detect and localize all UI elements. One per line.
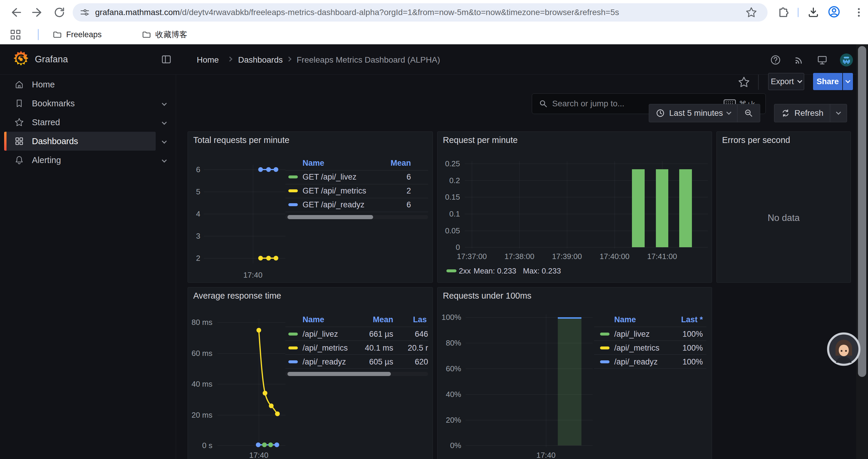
sidebar-item-home[interactable]: Home [0,75,176,94]
refresh-button[interactable]: Refresh [774,104,830,122]
chevron-down-icon [836,110,841,115]
chevron-down-icon[interactable] [162,139,167,144]
breadcrumb-dashboards[interactable]: Dashboards [238,55,283,65]
table-header-name[interactable]: Name [303,315,324,324]
subheader-divider [758,74,759,90]
display-icon[interactable] [816,54,828,66]
panel-title[interactable]: Requests under 100ms [443,291,531,301]
legend-max: Max: 0.233 [523,266,561,275]
series-mean: 6 [370,200,411,209]
chevron-down-icon[interactable] [162,120,167,125]
chevron-down-icon[interactable] [162,101,167,106]
bookmark-star-icon[interactable] [745,6,757,19]
x-tick: 17:40 [244,451,274,459]
table-scrollbar[interactable] [285,215,428,219]
series-color-pill [446,269,457,272]
help-icon[interactable] [770,54,781,66]
breadcrumb-separator-icon [227,57,232,62]
table-header-name[interactable]: Name [303,159,324,168]
chevron-down-icon[interactable] [162,158,167,163]
x-tick: 17:37:00 [451,252,493,261]
data-point [274,256,278,261]
sidebar-item-starred[interactable]: Starred [0,113,176,132]
table-header-mean[interactable]: Mean [370,159,411,168]
row-divider [594,368,706,369]
sidebar-item-dashboards[interactable]: Dashboards [0,132,176,151]
assistant-avatar-button[interactable] [827,332,861,366]
user-avatar[interactable] [840,53,853,67]
collapse-sidebar-icon[interactable] [161,54,172,65]
bookmark-label: Freeleaps [66,30,102,39]
row-divider [285,327,428,327]
url-bar[interactable]: grafana.mathmast.com/d/deytv4rwavabkb/fr… [73,3,768,22]
row-divider [285,198,428,198]
scrollbar-thumb[interactable] [287,215,373,219]
news-rss-icon[interactable] [794,54,805,66]
favorite-star-icon[interactable] [736,74,752,90]
chevron-down-icon [726,110,732,115]
panel-title[interactable]: Errors per second [722,135,790,145]
y-tick: 0 [438,243,460,252]
breadcrumb-home[interactable]: Home [197,55,219,65]
share-menu-button[interactable] [843,73,853,90]
zoom-out-icon [744,108,753,118]
no-data-message: No data [717,213,850,223]
panel-avg-response-time: Average response time 80 ms 60 ms 40 ms … [188,287,433,459]
browser-toolbar: grafana.mathmast.com/d/deytv4rwavabkb/fr… [0,0,868,25]
series-mean: 6 [370,172,411,182]
panel-title[interactable]: Average response time [193,291,281,301]
table-header-name[interactable]: Name [614,315,636,324]
y-tick: 40 ms [188,380,212,389]
series-name: GET /api/_metrics [303,186,366,196]
bookmark-blogs[interactable]: 收藏博客 [142,29,187,40]
refresh-interval-button[interactable] [830,104,847,122]
bookmark-label: 收藏博客 [155,29,187,40]
series-color-pill [600,360,610,363]
row-divider [594,340,706,341]
share-button[interactable]: Share [813,73,842,90]
apps-grid-icon[interactable] [11,30,20,40]
y-tick: 0.2 [438,176,460,185]
gridline [204,214,285,214]
scrollbar-thumb[interactable] [287,372,391,376]
bookmark-freeleaps[interactable]: Freeleaps [53,29,102,40]
sidebar-item-alerting[interactable]: Alerting [0,151,176,169]
refresh-controls: Refresh [774,104,847,122]
row-divider [285,212,428,212]
table-scrollbar[interactable] [285,372,428,376]
table-header-mean[interactable]: Mean [352,315,393,324]
table-header-last[interactable]: Las [413,315,427,324]
page-scrollbar[interactable] [856,44,868,459]
bookmark-icon [14,98,24,108]
export-button[interactable]: Export [768,73,804,90]
gridline [465,214,708,214]
breadcrumb-current: Freeleaps Metrics Dashboard (ALPHA) [297,55,440,65]
site-settings-icon[interactable] [80,7,90,18]
data-point [274,167,278,172]
downloads-icon[interactable] [807,6,820,19]
extensions-icon[interactable] [776,6,789,19]
series-name: /api/_livez [303,330,338,339]
panel-title[interactable]: Request per minute [443,135,518,145]
sidebar-item-label: Bookmarks [32,99,75,108]
table-header-last[interactable]: Last * [661,315,703,324]
gridline [615,161,615,249]
sidebar-item-bookmarks[interactable]: Bookmarks [0,94,176,113]
sidebar-item-label: Starred [32,118,60,127]
series-last: 100% [661,343,703,353]
time-range-picker[interactable]: Last 5 minutes [649,104,737,122]
series-name: /api/_readyz [303,357,346,366]
back-icon[interactable] [9,6,23,19]
forward-icon[interactable] [31,6,44,19]
zoom-out-button[interactable] [737,104,760,122]
x-tick: 17:40 [531,451,561,459]
reload-icon[interactable] [53,6,66,19]
profile-icon[interactable] [827,5,841,19]
grafana-logo[interactable] [12,51,30,68]
y-tick: 0.25 [438,159,460,168]
panel-title[interactable]: Total requests per minute [193,135,289,145]
y-tick: 60% [438,364,461,373]
y-tick: 0 s [188,441,212,450]
browser-menu-icon[interactable] [852,6,866,19]
scrollbar-thumb[interactable] [858,46,866,377]
